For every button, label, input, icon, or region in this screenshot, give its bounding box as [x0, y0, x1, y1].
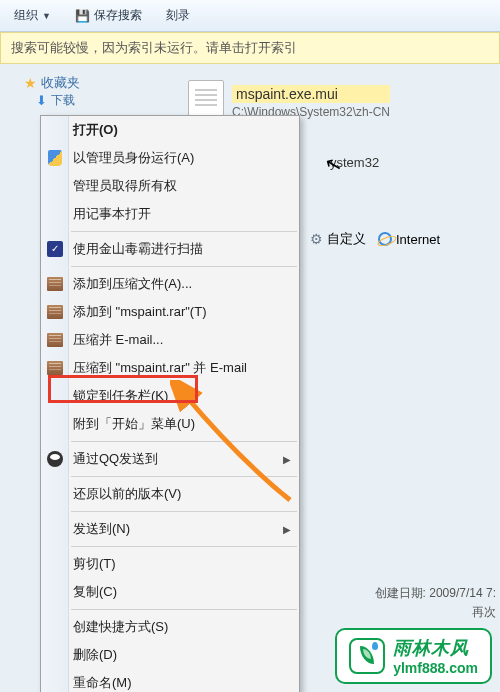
menu-create-shortcut[interactable]: 创建快捷方式(S): [41, 613, 299, 641]
menu-admin-ownership[interactable]: 管理员取得所有权: [41, 172, 299, 200]
menu-separator: [71, 476, 297, 477]
organize-button[interactable]: 组织 ▼: [8, 5, 57, 26]
context-menu: 打开(O) 以管理员身份运行(A) 管理员取得所有权 用记事本打开 ✓ 使用金山…: [40, 115, 300, 692]
internet-link[interactable]: Internet: [378, 230, 440, 248]
file-info: mspaint.exe.mui C:\Windows\System32\zh-C…: [232, 85, 390, 119]
file-name: mspaint.exe.mui: [232, 85, 390, 103]
burn-button[interactable]: 刻录: [160, 5, 196, 26]
menu-add-archive[interactable]: 添加到压缩文件(A)...: [41, 270, 299, 298]
qq-icon: [46, 450, 64, 468]
submenu-arrow-icon: ▶: [283, 524, 291, 535]
explorer-toolbar: 组织 ▼ 💾 保存搜索 刻录: [0, 0, 500, 32]
menu-delete[interactable]: 删除(D): [41, 641, 299, 669]
shield-icon: [46, 149, 64, 167]
menu-compress-email[interactable]: 压缩并 E-mail...: [41, 326, 299, 354]
burn-label: 刻录: [166, 7, 190, 24]
chevron-down-icon: ▼: [42, 11, 51, 21]
menu-pin-taskbar[interactable]: 锁定到任务栏(K): [41, 382, 299, 410]
menu-pin-start[interactable]: 附到「开始」菜单(U): [41, 410, 299, 438]
search-info-bar[interactable]: 搜索可能较慢，因为索引未运行。请单击打开索引: [0, 32, 500, 64]
menu-send-qq[interactable]: 通过QQ发送到 ▶: [41, 445, 299, 473]
archive-icon: [46, 331, 64, 349]
downloads-link[interactable]: ⬇ 下载: [36, 92, 75, 109]
watermark-logo: [349, 638, 385, 674]
menu-scan-jinshan[interactable]: ✓ 使用金山毒霸进行扫描: [41, 235, 299, 263]
menu-open[interactable]: 打开(O): [41, 116, 299, 144]
menu-compress-rar-email[interactable]: 压缩到 "mspaint.rar" 并 E-mail: [41, 354, 299, 382]
created-value: 2009/7/14 7:: [429, 586, 496, 600]
internet-label: Internet: [396, 232, 440, 247]
search-again-label: 再次: [375, 603, 496, 622]
gear-icon: ⚙: [310, 231, 323, 247]
menu-send-to[interactable]: 发送到(N) ▶: [41, 515, 299, 543]
archive-icon: [46, 359, 64, 377]
menu-copy[interactable]: 复制(C): [41, 578, 299, 606]
submenu-arrow-icon: ▶: [283, 454, 291, 465]
watermark-title: 雨林木风: [393, 636, 478, 660]
downloads-label: 下载: [51, 92, 75, 109]
menu-separator: [71, 441, 297, 442]
details-pane: 创建日期: 2009/7/14 7: 再次: [375, 584, 496, 622]
menu-run-as-admin[interactable]: 以管理员身份运行(A): [41, 144, 299, 172]
menu-separator: [71, 546, 297, 547]
customize-label: 自定义: [327, 230, 366, 248]
info-text: 搜索可能较慢，因为索引未运行。请单击打开索引: [11, 39, 297, 57]
archive-icon: [46, 275, 64, 293]
archive-icon: [46, 303, 64, 321]
menu-separator: [71, 609, 297, 610]
menu-add-rar[interactable]: 添加到 "mspaint.rar"(T): [41, 298, 299, 326]
antivirus-icon: ✓: [46, 240, 64, 258]
menu-separator: [71, 266, 297, 267]
menu-open-notepad[interactable]: 用记事本打开: [41, 200, 299, 228]
organize-label: 组织: [14, 7, 38, 24]
menu-cut[interactable]: 剪切(T): [41, 550, 299, 578]
download-icon: ⬇: [36, 93, 47, 108]
menu-separator: [71, 231, 297, 232]
bottom-links: ⚙ 自定义 Internet: [310, 230, 440, 248]
menu-separator: [71, 511, 297, 512]
ie-icon: [378, 232, 392, 246]
save-search-button[interactable]: 💾 保存搜索: [69, 5, 148, 26]
save-search-label: 保存搜索: [94, 7, 142, 24]
watermark-url: ylmf888.com: [393, 660, 478, 676]
save-icon: 💾: [75, 9, 90, 23]
watermark: 雨林木风 ylmf888.com: [335, 628, 492, 684]
menu-restore-previous[interactable]: 还原以前的版本(V): [41, 480, 299, 508]
menu-rename[interactable]: 重命名(M): [41, 669, 299, 692]
created-label: 创建日期:: [375, 586, 426, 600]
favorites-label: 收藏夹: [41, 74, 80, 92]
star-icon: ★: [24, 75, 37, 91]
customize-link[interactable]: ⚙ 自定义: [310, 230, 366, 248]
